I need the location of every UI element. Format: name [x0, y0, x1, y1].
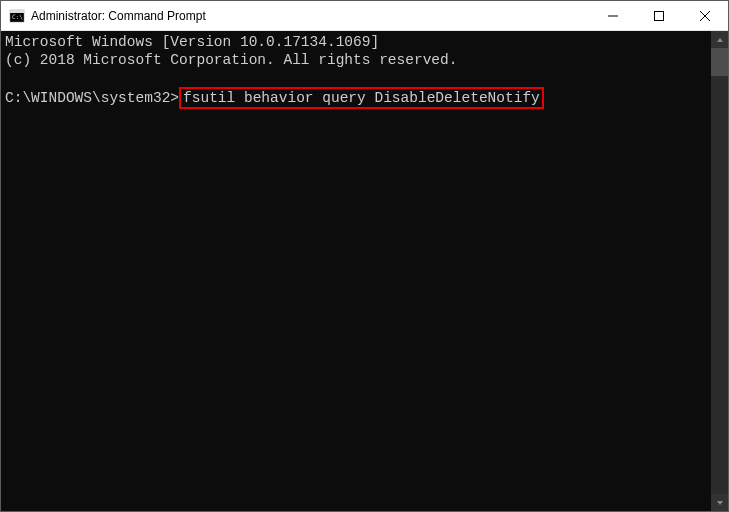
app-icon: C:\ — [9, 8, 25, 24]
scroll-up-arrow-icon[interactable] — [711, 31, 728, 48]
terminal-prompt: C:\WINDOWS\system32> — [5, 90, 179, 106]
window-title: Administrator: Command Prompt — [31, 9, 590, 23]
window-frame: C:\ Administrator: Command Prompt Micros… — [0, 0, 729, 512]
terminal-area: Microsoft Windows [Version 10.0.17134.10… — [1, 31, 728, 511]
terminal-command: fsutil behavior query DisableDeleteNotif… — [183, 90, 540, 106]
svg-rect-4 — [655, 11, 664, 20]
close-button[interactable] — [682, 1, 728, 30]
svg-text:C:\: C:\ — [12, 13, 23, 20]
terminal-content[interactable]: Microsoft Windows [Version 10.0.17134.10… — [1, 31, 711, 511]
scroll-down-arrow-icon[interactable] — [711, 494, 728, 511]
vertical-scrollbar[interactable] — [711, 31, 728, 511]
scroll-thumb[interactable] — [711, 48, 728, 76]
terminal-line: (c) 2018 Microsoft Corporation. All righ… — [5, 52, 457, 68]
svg-marker-8 — [717, 501, 723, 505]
titlebar[interactable]: C:\ Administrator: Command Prompt — [1, 1, 728, 31]
maximize-button[interactable] — [636, 1, 682, 30]
terminal-line: Microsoft Windows [Version 10.0.17134.10… — [5, 34, 379, 50]
window-controls — [590, 1, 728, 30]
minimize-button[interactable] — [590, 1, 636, 30]
command-highlight: fsutil behavior query DisableDeleteNotif… — [179, 87, 544, 109]
svg-marker-7 — [717, 38, 723, 42]
